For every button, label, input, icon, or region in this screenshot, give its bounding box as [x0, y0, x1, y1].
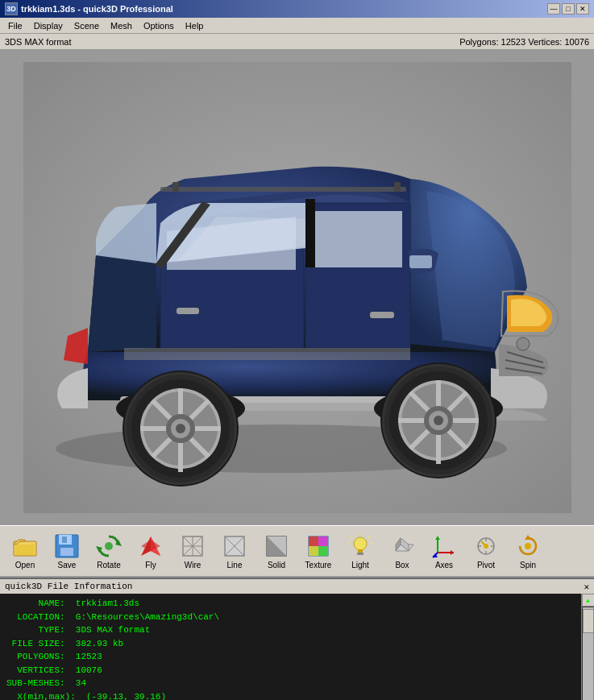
svg-point-97: [525, 543, 531, 549]
rotate-icon: [96, 533, 122, 559]
statusbar: 3DS MAX format Polygons: 12523 Vertices:…: [0, 34, 594, 50]
menu-mesh[interactable]: Mesh: [106, 20, 137, 31]
pivot-button[interactable]: Pivot: [466, 528, 506, 574]
svg-point-71: [354, 537, 367, 550]
wire-button[interactable]: Wire: [172, 528, 213, 574]
app-icon: 3D: [5, 2, 18, 15]
line-button[interactable]: Line: [214, 528, 255, 574]
svg-point-37: [176, 424, 185, 433]
svg-rect-5: [177, 308, 199, 314]
svg-rect-70: [318, 536, 328, 546]
file-format: 3DS MAX format: [5, 37, 72, 47]
box-button[interactable]: Box: [382, 528, 422, 574]
window-title: trkkiam1.3ds - quick3D Professional: [21, 4, 173, 14]
line-icon: [222, 533, 247, 559]
texture-icon: [305, 533, 331, 559]
spin-label: Spin: [520, 561, 536, 570]
info-line-7: X(min,max): (-39.13, 39.16): [6, 690, 578, 701]
info-line-0: NAME: trkkiam1.3ds: [6, 597, 578, 611]
menu-file[interactable]: File: [3, 20, 27, 31]
save-button[interactable]: Save: [47, 528, 87, 574]
info-line-5: VERTICES: 10076: [6, 664, 578, 677]
car-svg: [23, 62, 571, 513]
solid-label: Solid: [268, 561, 285, 570]
scroll-thumb[interactable]: [583, 609, 594, 633]
texture-button[interactable]: Texture: [298, 528, 339, 574]
light-button[interactable]: Light: [340, 528, 380, 574]
spin-button[interactable]: Spin: [508, 528, 548, 574]
menu-display[interactable]: Display: [29, 20, 68, 31]
svg-marker-54: [141, 540, 160, 551]
info-line-4: POLYGONS: 12523: [6, 650, 578, 664]
window-controls[interactable]: — □ ✕: [547, 3, 589, 14]
solid-button[interactable]: Solid: [256, 528, 297, 574]
svg-rect-4: [370, 312, 394, 318]
menu-help[interactable]: Help: [181, 20, 209, 31]
svg-line-75: [368, 536, 370, 538]
svg-rect-41: [409, 255, 432, 268]
svg-rect-6: [160, 187, 406, 192]
svg-point-24: [434, 416, 443, 425]
svg-rect-7: [172, 182, 179, 192]
svg-rect-73: [357, 553, 363, 555]
menu-options[interactable]: Options: [139, 20, 179, 31]
minimize-button[interactable]: —: [547, 3, 560, 14]
line-label: Line: [227, 561, 243, 570]
infopanel-content: NAME: trkkiam1.3ds LOCATION: G:\Resource…: [0, 594, 594, 700]
svg-marker-96: [525, 535, 531, 540]
rotate-button[interactable]: Rotate: [89, 528, 129, 574]
infopanel: quick3D File Information ✕ NAME: trkkiam…: [0, 578, 594, 700]
open-icon: [12, 533, 38, 559]
infopanel-scrollbar[interactable]: ▲ ▼: [581, 594, 594, 700]
svg-rect-9: [305, 199, 315, 267]
svg-rect-67: [309, 536, 318, 546]
spin-icon: [515, 533, 541, 559]
texture-label: Texture: [305, 561, 332, 570]
svg-rect-68: [318, 546, 328, 556]
scroll-up-button[interactable]: ▲: [582, 594, 595, 607]
svg-rect-47: [60, 548, 73, 556]
wire-icon: [180, 533, 206, 559]
info-line-2: TYPE: 3DS MAX format: [6, 623, 578, 637]
car-render: [0, 50, 594, 525]
svg-rect-69: [309, 546, 318, 556]
toolbar: Open Save Rotate: [0, 525, 594, 578]
viewport[interactable]: [0, 50, 594, 525]
svg-rect-8: [394, 182, 401, 192]
maximize-button[interactable]: □: [562, 3, 575, 14]
open-label: Open: [15, 561, 35, 570]
infopanel-close[interactable]: ✕: [584, 582, 589, 592]
pivot-icon: [473, 533, 499, 559]
svg-point-51: [105, 542, 113, 550]
svg-rect-44: [15, 545, 35, 555]
axes-button[interactable]: Axes: [424, 528, 464, 574]
solid-icon: [264, 533, 289, 559]
light-icon: [347, 533, 373, 559]
close-button[interactable]: ✕: [576, 3, 589, 14]
fly-icon: [138, 533, 164, 559]
open-button[interactable]: Open: [5, 528, 45, 574]
infopanel-titlebar: quick3D File Information ✕: [0, 579, 594, 594]
svg-rect-48: [62, 536, 67, 543]
info-line-6: SUB-MESHES: 34: [6, 677, 578, 690]
menu-scene[interactable]: Scene: [69, 20, 104, 31]
svg-rect-72: [358, 549, 363, 553]
scroll-track[interactable]: [582, 607, 594, 700]
polygon-info: Polygons: 12523 Vertices: 10076: [459, 37, 589, 47]
axes-label: Axes: [435, 561, 453, 570]
fly-button[interactable]: Fly: [131, 528, 171, 574]
svg-marker-83: [451, 550, 454, 555]
menubar: File Display Scene Mesh Options Help: [0, 18, 594, 34]
rotate-label: Rotate: [97, 561, 120, 570]
light-label: Light: [351, 561, 369, 570]
box-icon: [389, 533, 415, 559]
axes-icon: [431, 533, 457, 559]
save-label: Save: [58, 561, 77, 570]
fly-label: Fly: [145, 561, 156, 570]
infopanel-title: quick3D File Information: [5, 582, 132, 591]
svg-point-42: [517, 338, 530, 350]
svg-line-77: [351, 536, 352, 538]
svg-marker-85: [435, 536, 440, 540]
info-line-1: LOCATION: G:\Resources\Amazing3d\car\: [6, 611, 578, 624]
titlebar-content: 3D trkkiam1.3ds - quick3D Professional: [5, 2, 173, 15]
